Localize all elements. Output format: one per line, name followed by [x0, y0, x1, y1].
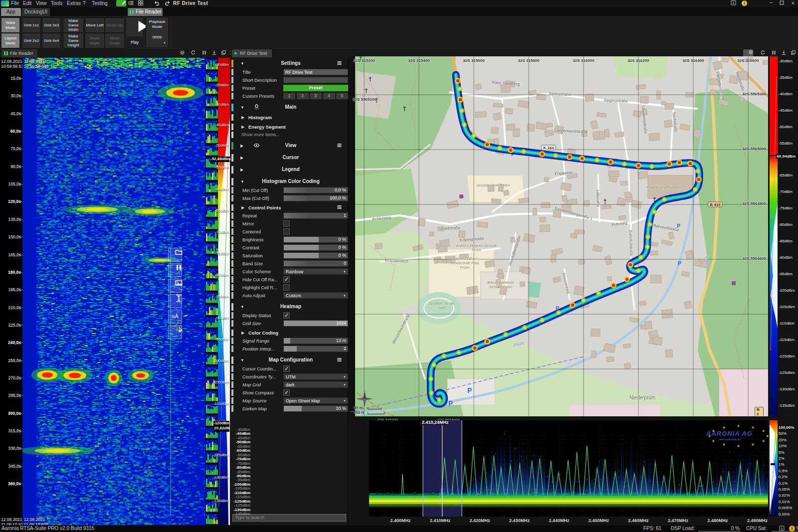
- tab-app[interactable]: App: [1, 8, 21, 16]
- download-icon[interactable]: [777, 50, 785, 57]
- window-info-icon[interactable]: [731, 0, 738, 6]
- edit-pencil-button[interactable]: [116, 0, 126, 6]
- layout-list-icon[interactable]: [128, 0, 136, 6]
- menu-tools[interactable]: Tools: [51, 0, 62, 6]
- pause-icon[interactable]: [198, 50, 205, 57]
- layout-mode-button[interactable]: Layout Mode: [1, 33, 20, 48]
- dropdown-coordinates-ty-[interactable]: UTM▼: [283, 373, 348, 380]
- checkbox-centered[interactable]: [283, 228, 290, 235]
- grid-4x4-button[interactable]: Grid 4x4: [42, 33, 61, 48]
- section-menu-icon[interactable]: [336, 60, 343, 67]
- checkbox-mirror[interactable]: [283, 220, 290, 227]
- refresh-icon[interactable]: [187, 50, 195, 57]
- menu-view[interactable]: View: [36, 0, 47, 6]
- custom-preset-3[interactable]: 3: [310, 93, 322, 99]
- slider-min-cut-off-[interactable]: 0,0 %: [283, 187, 348, 193]
- custom-preset-2[interactable]: 2: [297, 93, 309, 99]
- playback-mode-dropdown[interactable]: Playback Modeonce▼: [146, 17, 169, 48]
- work-mode-button[interactable]: Work Mode: [1, 17, 20, 33]
- slider-max-cut-off-[interactable]: 100,0 %: [283, 195, 348, 201]
- slider-contrast[interactable]: 0 %: [283, 244, 348, 251]
- close-window-button[interactable]: ×: [790, 0, 796, 6]
- preset-button[interactable]: Preset: [283, 85, 348, 91]
- slider-band-size[interactable]: 0: [283, 260, 348, 267]
- custom-preset-4[interactable]: 4: [323, 93, 335, 99]
- slider-darken-map[interactable]: 20 %: [283, 405, 348, 412]
- section-main[interactable]: ▼Main: [231, 104, 348, 111]
- subsection-color-coding[interactable]: ▶Color Coding: [231, 330, 348, 336]
- download-icon[interactable]: [207, 50, 215, 57]
- minimize-button[interactable]: −: [768, 0, 774, 6]
- status-info-icon[interactable]: [779, 526, 786, 532]
- tab-dockingui[interactable]: DockingUI: [22, 8, 50, 16]
- checkbox-hide-cut-off-ra-[interactable]: ✓: [283, 276, 290, 283]
- input-title[interactable]: RF Drive Test: [283, 69, 348, 75]
- menu-extras[interactable]: Extras: [67, 0, 81, 6]
- file-reader-panel-tab[interactable]: File Reader: [1, 49, 37, 57]
- copy-icon[interactable]: [787, 50, 795, 57]
- screenshot-button[interactable]: [168, 279, 182, 293]
- checkbox-show-compass[interactable]: ✓: [283, 389, 290, 396]
- status-warning-icon[interactable]: i: [789, 526, 795, 532]
- undo-icon[interactable]: [154, 0, 162, 6]
- section-map-configuration[interactable]: ▼Map Configuration: [231, 356, 348, 364]
- section-cursor[interactable]: ▶Cursor: [231, 154, 348, 162]
- section-heatmap[interactable]: ▼Heatmap: [231, 303, 348, 311]
- slider-repeat[interactable]: 1: [283, 212, 348, 219]
- section-histogram-color-coding[interactable]: ▼Histogram Color Coding: [231, 178, 348, 185]
- gear-icon[interactable]: [176, 50, 184, 57]
- play-button[interactable]: [126, 17, 144, 37]
- section-menu-icon[interactable]: [336, 356, 343, 363]
- layout-grid-icon[interactable]: [138, 0, 146, 6]
- section-settings[interactable]: ▼Settings: [231, 60, 348, 67]
- menu-edit[interactable]: Edit: [23, 0, 31, 6]
- checkbox-display-status[interactable]: ✓: [283, 312, 290, 319]
- section-menu-icon[interactable]: [336, 142, 343, 149]
- slider-grid-size[interactable]: 1024: [283, 320, 348, 327]
- refresh-icon[interactable]: [756, 50, 764, 57]
- subsection-control-points[interactable]: ▶Control Points: [231, 204, 348, 211]
- open-file-button[interactable]: [168, 248, 182, 262]
- section-legend[interactable]: ▶Legend: [231, 166, 348, 174]
- copy-icon[interactable]: [217, 50, 225, 57]
- move-left-button[interactable]: Move Left: [85, 17, 105, 33]
- subsection-menu-icon[interactable]: [336, 204, 343, 211]
- fit-vertical-button[interactable]: [168, 294, 182, 308]
- subsection-energy-segment[interactable]: ▶Energy Segment: [231, 124, 348, 130]
- font-size-button[interactable]: aA: [168, 310, 182, 324]
- pause-icon[interactable]: [767, 50, 775, 57]
- dropdown-auto-adjust[interactable]: Custom▼: [283, 292, 348, 299]
- close-icon[interactable]: [795, 50, 798, 57]
- slider-saturation[interactable]: 0 %: [283, 252, 348, 259]
- grid-1x1-button[interactable]: Grid 1x1: [22, 17, 41, 33]
- section-view[interactable]: ▶View: [231, 142, 348, 150]
- grid-2x2-button[interactable]: Grid 2x2: [22, 33, 41, 48]
- redo-icon[interactable]: [165, 0, 173, 6]
- custom-preset-5[interactable]: 5: [336, 93, 348, 99]
- checkbox-highlight-ceil-r-[interactable]: [283, 284, 290, 291]
- menu-[interactable]: ?: [83, 0, 86, 6]
- checkbox-cursor-coordin-[interactable]: ✓: [283, 365, 290, 372]
- slider-brightness[interactable]: 0 %: [283, 236, 348, 243]
- tab-file-reader[interactable]: File Reader: [128, 8, 163, 16]
- input-short-description[interactable]: [283, 77, 348, 83]
- dropdown-map-grid[interactable]: dark▼: [283, 381, 348, 388]
- make-same-width-button[interactable]: Make Same Width: [63, 17, 84, 33]
- maximize-button[interactable]: [779, 0, 786, 6]
- warning-icon[interactable]: i: [742, 0, 747, 6]
- dropdown-map-source[interactable]: Open Street Map▼: [283, 397, 348, 404]
- make-same-height-button[interactable]: Make Same Height: [63, 33, 84, 48]
- show-more-link[interactable]: Show more items...: [241, 132, 280, 137]
- menu-file[interactable]: File: [11, 0, 19, 6]
- pause-stream-button[interactable]: [168, 263, 182, 277]
- grid-3x3-button[interactable]: Grid 3x3: [42, 17, 61, 33]
- rf-panel-tab[interactable]: RF Drive Test: [232, 49, 272, 57]
- map-view[interactable]: †††††††PPPPPP50 m200 ftRoter SandbergBer…: [349, 56, 768, 416]
- menu-testing[interactable]: Testing: [92, 0, 108, 6]
- custom-preset-1[interactable]: 1: [283, 93, 295, 99]
- slider-position-interp-[interactable]: 2: [283, 346, 348, 352]
- color-scheme-button[interactable]: [168, 325, 182, 339]
- slider-signal-range[interactable]: 13 m: [283, 338, 348, 344]
- dropdown-color-scheme[interactable]: Rainbow▼: [283, 268, 348, 275]
- subsection-histogram[interactable]: ▶Histogram: [231, 114, 348, 121]
